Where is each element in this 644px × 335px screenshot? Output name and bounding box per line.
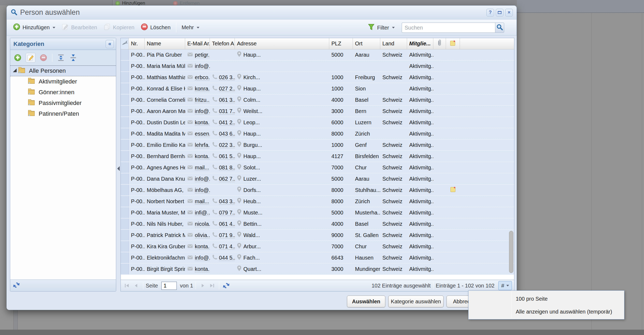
phone-link[interactable]: 071 4...: [219, 243, 235, 250]
tree-item-category[interactable]: Aktivmitglieder: [10, 76, 116, 87]
copy-button[interactable]: Kopieren: [100, 21, 138, 34]
email-link[interactable]: info@...: [195, 176, 210, 182]
tree-expander-icon[interactable]: [13, 68, 17, 72]
email-link[interactable]: konra...: [195, 86, 210, 92]
filter-button[interactable]: Filter: [364, 21, 398, 34]
tree-item-category[interactable]: Patinnen/Paten: [10, 108, 116, 119]
email-link[interactable]: infi@...: [195, 210, 210, 216]
email-link[interactable]: olivia...: [195, 232, 210, 238]
table-row[interactable]: P-00...Kira Kira Gruberkonta...071 4...A…: [121, 241, 514, 252]
edit-button[interactable]: Bearbeiten: [58, 21, 100, 34]
row-selector-cell[interactable]: [121, 173, 129, 184]
maximize-button[interactable]: [496, 9, 503, 16]
last-page-button[interactable]: [207, 281, 217, 290]
close-button[interactable]: ×: [505, 9, 513, 16]
refresh-icon[interactable]: [13, 282, 20, 290]
column-header-note[interactable]: [446, 38, 460, 49]
phone-link[interactable]: 081 8...: [219, 165, 235, 171]
tree-item-category[interactable]: Passivmitglieder: [10, 98, 116, 108]
email-link[interactable]: info@...: [195, 255, 210, 261]
help-button[interactable]: ?: [486, 9, 494, 16]
page-size-button[interactable]: #: [498, 281, 512, 290]
column-header-row-icon[interactable]: [121, 38, 129, 49]
row-selector-cell[interactable]: [121, 117, 129, 128]
table-row[interactable]: P-00...Konrad & Elise Kon...konra...027 …: [121, 83, 514, 94]
phone-link[interactable]: 062 7...: [219, 176, 235, 182]
phone-link[interactable]: 043 6...: [219, 131, 235, 137]
row-selector-cell[interactable]: [121, 83, 129, 94]
email-link[interactable]: essen...: [195, 131, 210, 137]
splitter-collapse-arrow[interactable]: [117, 166, 120, 171]
column-header-plz[interactable]: PLZ: [329, 38, 353, 49]
email-link[interactable]: konta...: [195, 153, 210, 159]
collapse-panel-button[interactable]: «: [106, 40, 114, 48]
column-header-attachment[interactable]: [433, 38, 446, 49]
table-row[interactable]: P-00...Maria Muster, Mari...infi@...079 …: [121, 207, 514, 219]
email-link[interactable]: konta...: [195, 243, 210, 250]
table-row[interactable]: P-00...Pia Pia Gruberpetigr...Haup...500…: [121, 49, 514, 61]
row-selector-cell[interactable]: [121, 94, 129, 105]
email-link[interactable]: info@...: [195, 63, 210, 69]
row-selector-cell[interactable]: [121, 207, 129, 218]
table-row[interactable]: P-00...Birgit Birgit Springkonta...Quart…: [121, 264, 514, 275]
column-header-name[interactable]: Name: [145, 38, 185, 49]
column-header-ort[interactable]: Ort: [353, 38, 380, 49]
table-row[interactable]: P-00...Maria Maria Müllerinfo@...Aktivmi…: [121, 61, 514, 72]
row-selector-cell[interactable]: [121, 49, 129, 60]
row-selector-cell[interactable]: [121, 140, 129, 150]
column-header-land[interactable]: Land: [380, 38, 407, 49]
row-selector-cell[interactable]: [121, 162, 129, 173]
refresh-button[interactable]: [222, 281, 231, 290]
table-row[interactable]: P-00...Aaron Aaron Marti...info@...031 7…: [121, 106, 514, 117]
row-selector-cell[interactable]: [121, 72, 129, 83]
phone-link[interactable]: 027 2...: [219, 86, 235, 92]
row-selector-cell[interactable]: [121, 196, 129, 207]
email-link[interactable]: petigr...: [195, 52, 210, 58]
table-row[interactable]: P-00...Dana Dana Knud, ...info@...062 7.…: [121, 173, 514, 185]
phone-link[interactable]: 041 2...: [219, 119, 235, 126]
row-selector-cell[interactable]: [121, 185, 129, 195]
row-selector-cell[interactable]: [121, 264, 129, 274]
email-link[interactable]: info@...: [195, 187, 210, 193]
email-link[interactable]: lehrfa...: [195, 142, 210, 148]
email-link[interactable]: fritzu...: [195, 97, 210, 103]
dialog-titlebar[interactable]: Person auswählen ? ×: [7, 6, 517, 20]
select-button[interactable]: Auswählen: [347, 296, 385, 307]
column-header-adresse[interactable]: Adresse: [235, 38, 329, 49]
column-header-mitglied[interactable]: Mitglie...: [407, 38, 433, 49]
row-selector-cell[interactable]: [121, 151, 129, 162]
phone-link[interactable]: 043 3...: [219, 198, 235, 205]
email-link[interactable]: mail...: [195, 198, 209, 205]
remove-category-button[interactable]: [39, 53, 48, 62]
next-page-button[interactable]: [198, 281, 207, 290]
search-button[interactable]: [495, 23, 504, 33]
email-link[interactable]: konta...: [195, 119, 210, 126]
menu-item-show-all[interactable]: Alle anzeigen und auswählen (temporär): [469, 305, 624, 318]
more-button[interactable]: Mehr: [178, 21, 203, 34]
delete-button[interactable]: Löschen: [138, 21, 174, 34]
tree-item-alle-personen[interactable]: Alle Personen: [10, 65, 116, 76]
phone-link[interactable]: 061 5...: [219, 153, 235, 159]
vertical-scrollbar-thumb[interactable]: [509, 231, 513, 273]
phone-link[interactable]: 071 9...: [219, 232, 235, 238]
first-page-button[interactable]: [122, 281, 131, 290]
table-row[interactable]: P-00...Agnes Agnes Helb...mail...081 8..…: [121, 162, 514, 173]
table-row[interactable]: P-00...Madita Madita Mar...essen...043 6…: [121, 128, 514, 140]
phone-link[interactable]: 022 3...: [219, 142, 235, 148]
select-category-button[interactable]: Kategorie auswählen: [388, 296, 444, 307]
table-row[interactable]: P-00...Nils Nils Huber, Mu...nicola...06…: [121, 219, 514, 230]
row-selector-cell[interactable]: [121, 128, 129, 139]
row-selector-cell[interactable]: [121, 230, 129, 241]
tree-item-category[interactable]: Gönner:innen: [10, 87, 116, 98]
email-link[interactable]: mail...: [195, 165, 209, 171]
table-row[interactable]: P-00...Cornelia Cornelia F...fritzu...06…: [121, 94, 514, 106]
email-link[interactable]: info@...: [195, 108, 210, 114]
add-button[interactable]: Hinzufügen: [10, 21, 58, 34]
phone-link[interactable]: 044 5...: [219, 255, 235, 261]
table-row[interactable]: P-00...Dustin Dustin Leokonta...041 2...…: [121, 117, 514, 128]
prev-page-button[interactable]: [131, 281, 141, 290]
email-link[interactable]: konta...: [195, 266, 210, 272]
column-header-telefon[interactable]: Telefon A...: [210, 38, 235, 49]
row-selector-cell[interactable]: [121, 106, 129, 116]
email-link[interactable]: erbco...: [195, 74, 210, 81]
